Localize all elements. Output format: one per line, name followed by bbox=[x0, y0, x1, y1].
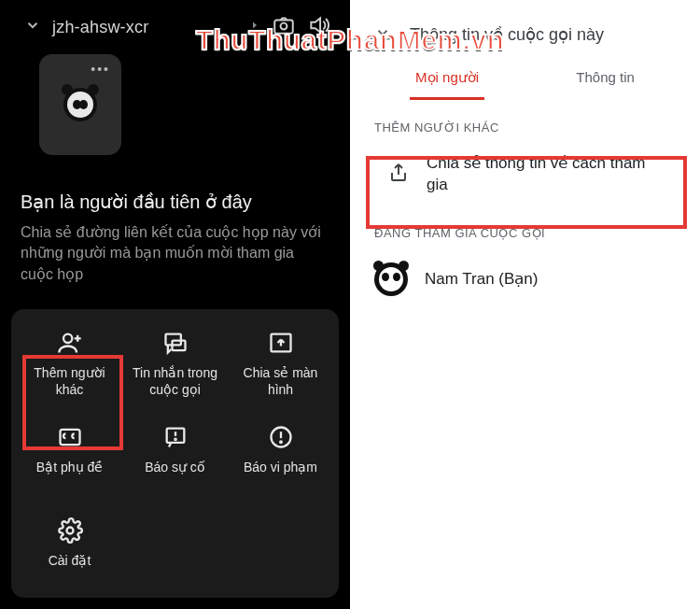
report-problem-label: Báo sự cố bbox=[145, 460, 205, 491]
settings-button[interactable]: Cài đặt bbox=[19, 517, 120, 585]
top-bar: jzh-ahsw-xcr bbox=[0, 0, 350, 47]
participant-row[interactable]: Nam Tran (Bạn) bbox=[350, 249, 700, 309]
chevron-down-icon[interactable] bbox=[24, 17, 41, 37]
captions-label: Bật phụ đề bbox=[36, 460, 103, 491]
share-joining-info-button[interactable]: Chia sẻ thông tin về cách tham gia bbox=[359, 144, 691, 205]
share-joining-label: Chia sẻ thông tin về cách tham gia bbox=[427, 153, 670, 196]
in-call-messages-label: Tin nhắn trong cuộc gọi bbox=[124, 365, 226, 398]
captions-button[interactable]: Bật phụ đề bbox=[19, 424, 120, 491]
share-icon bbox=[387, 162, 410, 188]
info-header: Thông tin về cuộc gọi này bbox=[350, 0, 700, 54]
svg-point-11 bbox=[175, 439, 175, 440]
svg-point-14 bbox=[280, 441, 282, 443]
svg-point-2 bbox=[63, 334, 72, 343]
avatar bbox=[374, 262, 408, 296]
overflow-menu: Thêm người khác Tin nhắn trong cuộc gọi … bbox=[11, 309, 339, 598]
participant-name: Nam Tran (Bạn) bbox=[425, 269, 538, 289]
svg-point-15 bbox=[66, 528, 73, 534]
tab-people[interactable]: Mọi người bbox=[410, 60, 484, 100]
section-participants: ĐANG THAM GIA CUỘC GỌI bbox=[350, 205, 700, 249]
call-main-pane: jzh-ahsw-xcr ••• Bạn là người đầu tiên ở… bbox=[0, 0, 350, 609]
info-tabs: Mọi người Thông tin bbox=[350, 60, 700, 100]
chevron-down-icon[interactable] bbox=[374, 24, 391, 45]
share-screen-label: Chia sẻ màn hình bbox=[230, 365, 331, 398]
report-abuse-label: Báo vi phạm bbox=[244, 460, 317, 491]
tile-menu-icon[interactable]: ••• bbox=[91, 62, 110, 77]
empty-call-title: Bạn là người đầu tiên ở đây bbox=[21, 191, 329, 213]
empty-call-subtitle: Chia sẻ đường liên kết của cuộc họp này … bbox=[21, 222, 329, 285]
section-add-others: THÊM NGƯỜI KHÁC bbox=[350, 100, 700, 144]
add-others-label: Thêm người khác bbox=[19, 365, 120, 398]
call-info-panel: Thông tin về cuộc gọi này Mọi người Thôn… bbox=[350, 0, 700, 609]
self-video-tile[interactable]: ••• bbox=[39, 54, 121, 155]
camera-switch-icon[interactable] bbox=[272, 13, 296, 41]
speaker-icon[interactable] bbox=[307, 13, 331, 41]
tab-info[interactable]: Thông tin bbox=[570, 60, 640, 100]
in-call-messages-button[interactable]: Tin nhắn trong cuộc gọi bbox=[124, 330, 226, 398]
info-title: Thông tin về cuộc gọi này bbox=[410, 24, 604, 45]
report-problem-button[interactable]: Báo sự cố bbox=[124, 424, 226, 491]
meeting-id: jzh-ahsw-xcr bbox=[52, 18, 245, 37]
share-screen-button[interactable]: Chia sẻ màn hình bbox=[230, 330, 331, 398]
avatar bbox=[63, 88, 97, 121]
report-abuse-button[interactable]: Báo vi phạm bbox=[230, 424, 331, 491]
add-others-button[interactable]: Thêm người khác bbox=[19, 330, 120, 398]
empty-call-message: Bạn là người đầu tiên ở đây Chia sẻ đườn… bbox=[0, 172, 350, 294]
svg-point-1 bbox=[281, 23, 287, 30]
settings-label: Cài đặt bbox=[49, 553, 91, 585]
arrow-right-icon bbox=[249, 19, 260, 35]
